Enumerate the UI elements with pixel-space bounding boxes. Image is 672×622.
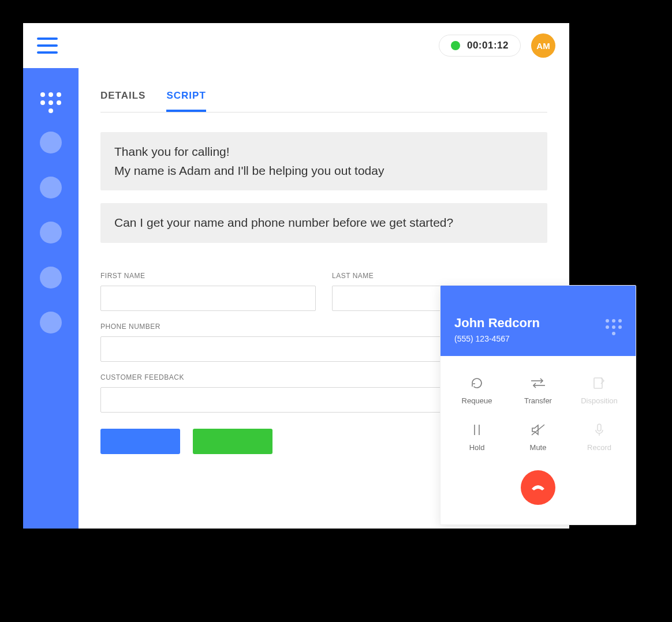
call-actions: Requeue Transfer Disposition Hold Mute (440, 356, 636, 463)
mute-label: Mute (530, 443, 547, 452)
script-block: Can I get your name and phone number bef… (100, 203, 547, 243)
record-icon (594, 422, 604, 437)
tab-script[interactable]: SCRIPT (166, 90, 206, 112)
sidebar (23, 68, 79, 529)
call-panel: John Redcorn (555) 123-4567 Requeue Tran… (440, 285, 636, 525)
mute-button[interactable]: Mute (507, 422, 569, 452)
hangup-icon (529, 479, 547, 496)
caller-name: John Redcorn (454, 316, 540, 331)
dialpad-icon[interactable] (606, 319, 622, 335)
secondary-button[interactable] (193, 429, 272, 454)
hold-button[interactable]: Hold (446, 422, 507, 452)
hold-icon (472, 422, 482, 437)
svg-rect-4 (598, 424, 601, 431)
disposition-icon (593, 376, 606, 391)
sidebar-item[interactable] (40, 177, 62, 198)
requeue-icon (470, 376, 484, 391)
primary-button[interactable] (100, 429, 180, 454)
tab-details[interactable]: DETAILS (100, 90, 145, 112)
hangup-button[interactable] (521, 470, 555, 505)
first-name-label: FIRST NAME (100, 272, 316, 280)
call-panel-header: John Redcorn (555) 123-4567 (440, 286, 636, 356)
avatar[interactable]: AM (531, 33, 555, 58)
sidebar-item[interactable] (40, 312, 62, 334)
topbar: 00:01:12 AM (23, 23, 569, 68)
requeue-label: Requeue (462, 396, 492, 405)
disposition-label: Disposition (581, 396, 618, 405)
first-name-field[interactable] (100, 286, 316, 311)
call-timer: 00:01:12 (467, 40, 509, 51)
requeue-button[interactable]: Requeue (446, 376, 507, 405)
sidebar-item[interactable] (40, 132, 62, 153)
record-button: Record (569, 422, 630, 452)
transfer-button[interactable]: Transfer (507, 376, 569, 405)
hold-label: Hold (469, 443, 485, 452)
sidebar-item[interactable] (40, 267, 62, 288)
status-dot-icon (451, 41, 460, 50)
sidebar-item[interactable] (40, 222, 62, 243)
record-label: Record (587, 443, 611, 452)
last-name-label: LAST NAME (332, 272, 547, 280)
caller-phone: (555) 123-4567 (454, 334, 540, 343)
call-timer-pill[interactable]: 00:01:12 (439, 35, 521, 57)
menu-icon[interactable] (37, 38, 58, 54)
script-block: Thank you for calling! My name is Adam a… (100, 132, 547, 190)
transfer-label: Transfer (524, 396, 552, 405)
transfer-icon (530, 376, 546, 391)
disposition-button: Disposition (569, 376, 630, 405)
dialpad-logo-icon (39, 92, 62, 108)
mute-icon (531, 422, 546, 437)
tab-bar: DETAILS SCRIPT (100, 90, 547, 113)
